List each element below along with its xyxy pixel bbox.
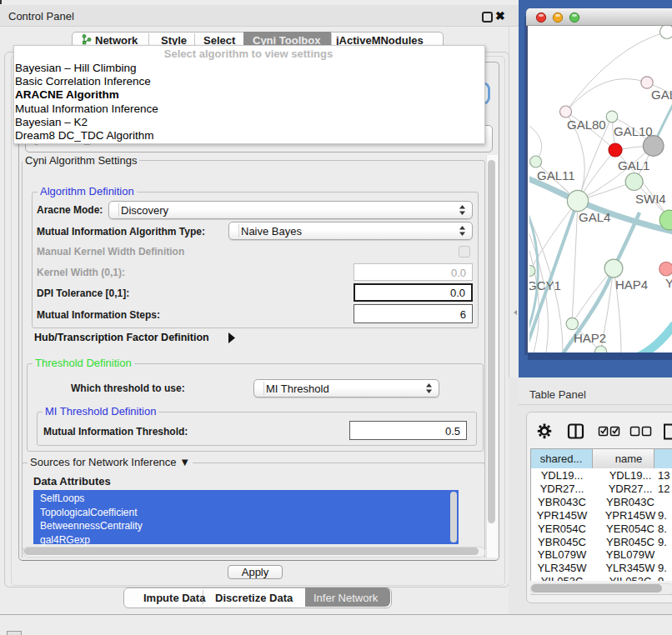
svg-text:SWI4: SWI4 <box>635 192 666 206</box>
svg-text:GAL4: GAL4 <box>579 210 610 224</box>
svg-text:HAP2: HAP2 <box>574 331 606 345</box>
svg-text:Y: Y <box>665 276 672 290</box>
svg-text:GAL80: GAL80 <box>567 118 606 132</box>
svg-text:GAL1: GAL1 <box>618 158 649 172</box>
svg-text:GCY1: GCY1 <box>529 278 561 292</box>
svg-text:HAP4: HAP4 <box>615 278 648 292</box>
svg-text:GAL7: GAL7 <box>651 88 672 102</box>
svg-text:GAL10: GAL10 <box>614 124 653 138</box>
svg-text:GAL11: GAL11 <box>537 168 575 182</box>
